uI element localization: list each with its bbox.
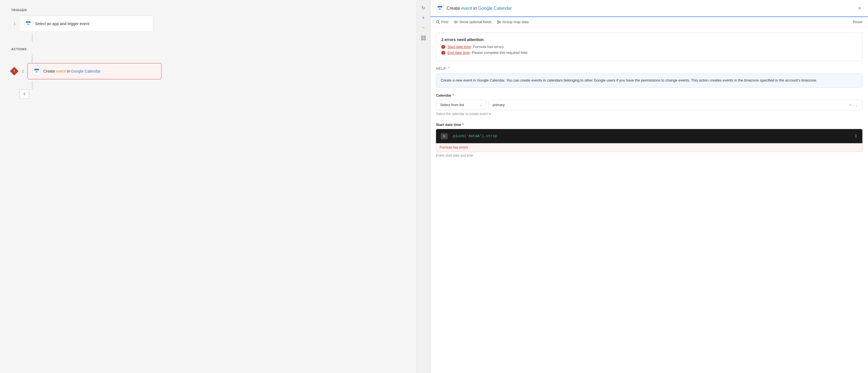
code-expand-button[interactable]: ⇕ <box>854 133 858 139</box>
svg-rect-4 <box>26 22 31 23</box>
connector-3 <box>32 81 32 89</box>
show-optional-label: Show optional fields <box>459 20 492 24</box>
find-label: Find <box>441 20 448 24</box>
group-map-label: Group map data <box>502 20 529 24</box>
calendar-value-field[interactable]: primary × ⌄ <box>489 100 862 110</box>
add-step-button[interactable]: + <box>20 89 29 99</box>
error-msg-1: : Formula has errors <box>471 45 504 49</box>
start-date-field-section: Start date time * fx .pluck('dataA').str… <box>436 123 862 158</box>
left-panel: TRIGGER 1 31 Select an app and trigger e… <box>0 0 417 373</box>
step2-row: 2 31 Create event in Google Calendar <box>11 63 405 79</box>
error-dot-2 <box>441 51 445 55</box>
dropdown-chevron-icon: ⌄ <box>479 103 482 107</box>
error-icon <box>10 67 19 75</box>
svg-rect-18 <box>422 38 423 40</box>
svg-rect-34 <box>499 22 501 23</box>
zoom-in-button[interactable]: + <box>419 13 428 22</box>
clear-value-button[interactable]: × <box>849 103 851 107</box>
calendar-label: Calendar * <box>436 93 862 97</box>
header-prefix: Create <box>446 6 461 11</box>
right-header: 31 Create event in Google Calendar × <box>430 0 868 17</box>
svg-point-31 <box>456 22 456 22</box>
svg-rect-26 <box>438 6 439 7</box>
step2-event: event <box>56 69 66 73</box>
svg-line-29 <box>438 23 440 24</box>
fit-button[interactable] <box>419 34 428 42</box>
svg-rect-12 <box>34 70 39 70</box>
right-header-left: 31 Create event in Google Calendar <box>436 4 512 12</box>
step2-app: Google Calendar <box>71 69 101 73</box>
error-dot-1 <box>441 45 445 49</box>
svg-point-28 <box>436 21 439 23</box>
step1-card[interactable]: 31 Select an app and trigger event <box>19 15 153 32</box>
center-toolbar: ↻ + − <box>417 0 430 373</box>
calendar-required-star: * <box>453 93 454 97</box>
error-box: 2 errors need attention Start date time:… <box>436 33 862 61</box>
eye-icon <box>454 20 458 24</box>
step2-text: Create event in Google Calendar <box>43 69 101 73</box>
svg-text:31: 31 <box>27 24 29 25</box>
code-text: .pluck('dataA').strip <box>451 134 851 138</box>
show-optional-button[interactable]: Show optional fields <box>454 20 492 24</box>
svg-text:31: 31 <box>439 8 441 10</box>
find-button[interactable]: Find <box>436 20 448 24</box>
svg-rect-19 <box>424 38 425 40</box>
svg-rect-24 <box>438 7 442 7</box>
header-app: Google Calendar <box>478 6 512 11</box>
error-item-1: Start date time: Formula has errors <box>441 45 857 49</box>
calendar-select-dropdown[interactable]: Select from list ⌄ <box>436 100 486 110</box>
calendar-field-hint: Select the calendar to create event in <box>436 112 862 116</box>
calendar-field-section: Calendar * Select from list ⌄ primary × … <box>436 93 862 116</box>
svg-rect-17 <box>424 36 425 37</box>
svg-rect-7 <box>29 21 30 22</box>
svg-rect-15 <box>37 69 38 70</box>
formula-error-hint: Formula has errors <box>436 143 862 152</box>
error-item-2: End date time: Please complete this requ… <box>441 50 857 55</box>
error-link-1[interactable]: Start date time <box>447 45 471 49</box>
svg-rect-27 <box>441 6 441 7</box>
start-date-field-hint: Event start date and time <box>436 154 862 158</box>
right-toolbar: Find Show optional fields Group map data… <box>430 17 868 27</box>
svg-rect-14 <box>35 69 36 70</box>
group-icon <box>497 20 501 24</box>
group-map-button[interactable]: Group map data <box>497 20 529 24</box>
step2-prefix: Create <box>43 69 56 73</box>
svg-rect-33 <box>497 23 498 24</box>
reset-button[interactable]: Reset <box>853 20 862 24</box>
step2-card[interactable]: 31 Create event in Google Calendar <box>27 63 161 79</box>
start-date-required-star: * <box>462 123 464 127</box>
step1-row: 1 31 Select an app and trigger event <box>11 15 405 32</box>
step2-in: in <box>66 69 71 73</box>
svg-text:31: 31 <box>35 71 38 73</box>
calendar-label-text: Calendar <box>436 93 452 97</box>
error-box-title: 2 errors need attention <box>441 37 857 42</box>
step2-app-icon: 31 <box>33 67 40 75</box>
help-content: Create a new event in Google Calendar. Y… <box>436 73 862 88</box>
step1-app-icon: 31 <box>24 20 32 28</box>
expand-value-button[interactable]: ⌄ <box>855 103 858 107</box>
svg-rect-32 <box>497 21 498 22</box>
trigger-label: TRIGGER <box>11 8 405 12</box>
start-date-label: Start date time * <box>436 123 862 127</box>
header-in: in <box>472 6 478 11</box>
help-section: HELP ⌃ Create a new event in Google Cale… <box>436 67 862 88</box>
svg-rect-6 <box>27 21 27 22</box>
error-msg-2: : Please complete this required field <box>470 50 527 55</box>
help-chevron-icon: ⌃ <box>448 67 451 71</box>
error-link-2[interactable]: End date time <box>447 50 470 55</box>
zoom-out-button[interactable]: − <box>419 24 428 32</box>
calendar-value: primary <box>493 103 505 107</box>
actions-label: ACTIONS <box>11 47 405 51</box>
help-label: HELP <box>436 67 446 71</box>
right-header-icon: 31 <box>436 4 444 12</box>
code-editor[interactable]: fx .pluck('dataA').strip ⇕ <box>436 129 862 143</box>
help-header[interactable]: HELP ⌃ <box>436 67 862 71</box>
select-from-list-label: Select from list <box>440 103 464 107</box>
svg-rect-16 <box>422 36 423 37</box>
step1-text: Select an app and trigger event <box>35 22 89 26</box>
calendar-field-row: Select from list ⌄ primary × ⌄ <box>436 100 862 110</box>
undo-button[interactable]: ↻ <box>419 3 428 12</box>
fx-badge: fx <box>441 133 448 139</box>
step2-number: 2 <box>20 69 24 73</box>
close-button[interactable]: × <box>857 4 862 12</box>
